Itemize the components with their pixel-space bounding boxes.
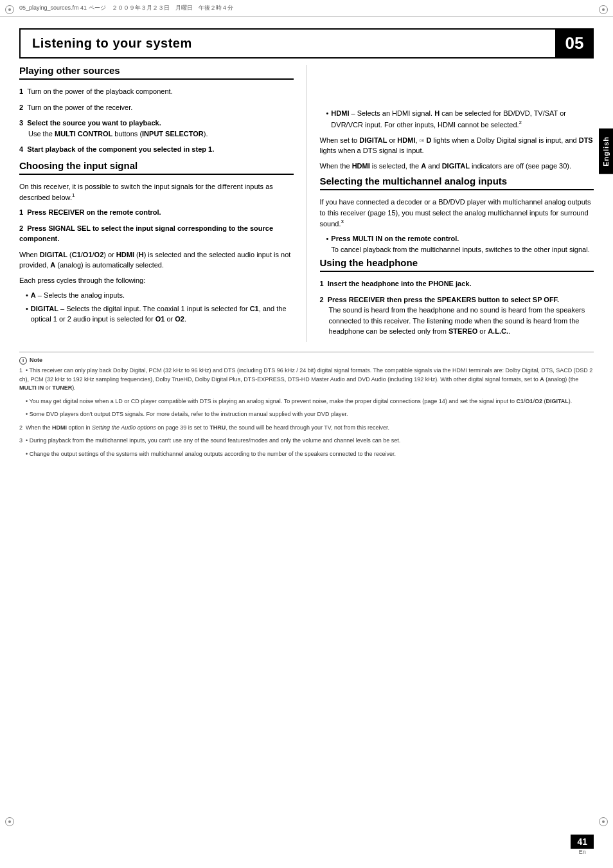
note-icon: i — [19, 357, 27, 365]
option-digital: • DIGITAL – Selects the digital input. T… — [26, 303, 294, 325]
section-title-choosing: Choosing the input signal — [19, 160, 294, 175]
digital-hdmi-note: When DIGITAL (C1/O1/O2) or HDMI (H) is s… — [19, 249, 294, 271]
step-2-headphone: 2 Press RECEIVER then press the SPEAKERS… — [320, 294, 594, 337]
multi-in-step: • Press MULTI IN on the remote control.T… — [326, 233, 594, 255]
note-item-1: 1 • This receiver can only play back Dol… — [19, 366, 594, 393]
section-title-headphone: Using the headphone — [320, 257, 594, 272]
step-4-playing: 4 Start playback of the component you se… — [19, 144, 294, 155]
section-playing-other-sources: Playing other sources 1 Turn on the powe… — [19, 65, 294, 155]
chapter-number: 05 — [565, 33, 584, 53]
note-item-3a: 3 • During playback from the multichanne… — [19, 437, 594, 446]
page-number: 41 — [571, 835, 594, 849]
chapter-header: Listening to your system 05 — [19, 28, 594, 59]
cycle-intro: Each press cycles through the following: — [19, 275, 294, 286]
page-footer: 41 En — [571, 835, 594, 855]
step-3-playing: 3 Select the source you want to playback… — [19, 118, 294, 139]
right-column: • HDMI – Selects an HDMI signal. H can b… — [306, 65, 594, 342]
option-a: • A – Selects the analog inputs. — [26, 290, 294, 301]
digital-lights-note: When set to DIGITAL or HDMI, ▫▫ D lights… — [320, 135, 594, 156]
multichannel-intro: If you have connected a decoder or a BD/… — [320, 197, 594, 229]
note-item-1b: • You may get digital noise when a LD or… — [19, 397, 594, 406]
language-tab: English — [599, 129, 613, 174]
section-title-multichannel: Selecting the multichannel analog inputs — [320, 176, 594, 190]
note-section: i Note 1 • This receiver can only play b… — [19, 352, 594, 459]
reg-mark-bl — [5, 817, 14, 826]
reg-mark-tl — [5, 5, 14, 14]
step-1-choosing: 1 Press RECEIVER on the remote control. — [19, 207, 294, 218]
hdmi-selected-note: When the HDMI is selected, the A and DIG… — [320, 161, 594, 172]
section-choosing-input: Choosing the input signal On this receiv… — [19, 160, 294, 325]
left-column: Playing other sources 1 Turn on the powe… — [19, 65, 306, 342]
step-2-choosing: 2 Press SIGNAL SEL to select the input s… — [19, 223, 294, 244]
step-1-headphone: 1 Insert the headphone into the PHONE ja… — [320, 278, 594, 289]
section-multichannel: Selecting the multichannel analog inputs… — [320, 176, 594, 255]
chapter-title-box: Listening to your system — [19, 28, 555, 59]
page-locale: En — [579, 849, 586, 855]
choosing-intro: On this receiver, it is possible to swit… — [19, 181, 294, 203]
top-meta-bar: 05_playing_sources.fm 41 ページ ２００９年３月２３日 … — [0, 0, 613, 17]
note-item-1c: • Some DVD players don't output DTS sign… — [19, 410, 594, 419]
option-hdmi: • HDMI – Selects an HDMI signal. H can b… — [326, 108, 594, 130]
chapter-title: Listening to your system — [32, 36, 192, 51]
step-1-playing: 1 Turn on the power of the playback comp… — [19, 86, 294, 97]
main-content: Playing other sources 1 Turn on the powe… — [19, 65, 594, 342]
reg-mark-tr — [599, 5, 608, 14]
note-item-3b: • Change the output settings of the syst… — [19, 450, 594, 459]
right-top-spacer — [320, 65, 594, 73]
meta-text: 05_playing_sources.fm 41 ページ ２００９年３月２３日 … — [19, 4, 233, 12]
step-2-playing: 2 Turn on the power of the receiver. — [19, 102, 294, 113]
section-headphone: Using the headphone 1 Insert the headpho… — [320, 257, 594, 337]
section-title-playing: Playing other sources — [19, 65, 294, 80]
chapter-number-box: 05 — [555, 28, 594, 59]
note-item-2: 2 When the HDMI option in Setting the Au… — [19, 424, 594, 433]
reg-mark-br — [599, 817, 608, 826]
note-title: i Note — [19, 356, 594, 365]
